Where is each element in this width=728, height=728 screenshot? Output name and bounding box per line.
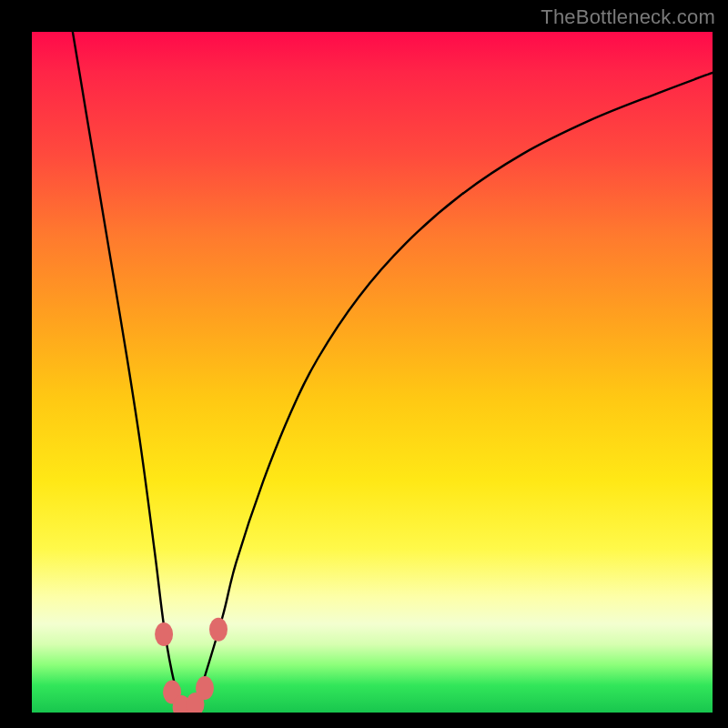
curve-line bbox=[73, 32, 713, 710]
plot-area bbox=[32, 32, 713, 713]
chart-frame: TheBottleneck.com bbox=[0, 0, 728, 728]
watermark-text: TheBottleneck.com bbox=[541, 5, 715, 29]
curve-marker bbox=[196, 676, 214, 700]
bottleneck-curve bbox=[32, 32, 713, 713]
curve-markers bbox=[155, 618, 228, 713]
curve-marker bbox=[209, 618, 228, 642]
curve-marker bbox=[155, 622, 173, 646]
